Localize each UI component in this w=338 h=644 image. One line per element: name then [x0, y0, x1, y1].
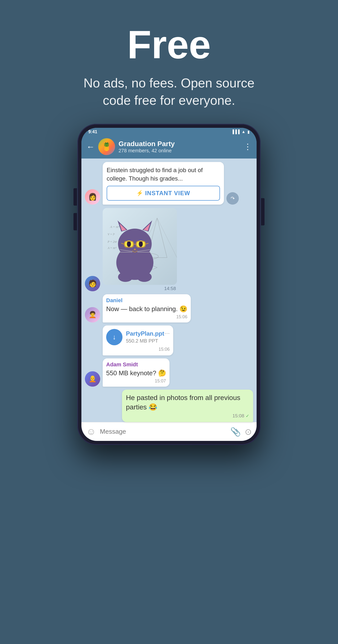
message-text-adam: 550 MB keynote? 🤔: [106, 369, 166, 378]
attach-button[interactable]: 📎: [230, 427, 241, 437]
bubble-adam: Adam Smidt 550 MB keynote? 🤔 15:07: [103, 358, 169, 387]
lightning-icon: ⚡: [136, 190, 143, 196]
phone-screen: 9:41 ▐▐▐ ▲ ▮ ← 🍍 Graduation Party 278 me…: [81, 128, 257, 441]
power-button: [261, 198, 265, 226]
header-section: Free No ads, no fees. Open source code f…: [0, 0, 338, 121]
message-row-1: 🧑‍🦱 Daniel Now — back to planning. 😉 15:…: [85, 294, 253, 322]
file-more-icon[interactable]: ⋯: [164, 330, 170, 336]
svg-point-31: [137, 272, 152, 282]
phone-outer: 9:41 ▐▐▐ ▲ ▮ ← 🍍 Graduation Party 278 me…: [77, 124, 261, 445]
bubble-daniel: Daniel Now — back to planning. 😉 15:06: [103, 294, 191, 322]
group-avatar: 🍍: [98, 138, 115, 155]
sticker-container: A = πr² V = l³ P = 2πr A = πr² s = √(r²+…: [103, 208, 177, 291]
own-message-row: He pasted in photos from all previous pa…: [85, 390, 253, 422]
volume-button: [73, 188, 77, 206]
article-text: Einstein struggled to find a job out of …: [107, 166, 220, 182]
chat-header: ← 🍍 Graduation Party 278 members, 42 onl…: [81, 136, 257, 158]
status-icons: ▐▐▐ ▲ ▮: [231, 130, 250, 134]
sticker-visual: A = πr² V = l³ P = 2πr A = πr² s = √(r²+…: [103, 208, 177, 285]
sender-name-adam: Adam Smidt: [106, 362, 166, 368]
instant-view-button[interactable]: ⚡ INSTANT VIEW: [107, 186, 220, 201]
article-bubble: Einstein struggled to find a job out of …: [103, 162, 224, 204]
file-size: 550.2 MB PPT: [126, 338, 170, 344]
chat-area: 👩 Einstein struggled to find a job out o…: [81, 158, 257, 422]
own-message-text: He pasted in photos from all previous pa…: [126, 393, 249, 412]
status-bar: 9:41 ▐▐▐ ▲ ▮: [81, 128, 257, 136]
own-message-time: 15:08: [232, 413, 244, 418]
message-row-adam: 🧑‍🦲 Adam Smidt 550 MB keynote? 🤔 15:07: [85, 358, 253, 387]
download-button[interactable]: ↓: [106, 329, 122, 345]
signal-icon: ▐▐▐: [231, 130, 240, 134]
own-bubble: He pasted in photos from all previous pa…: [122, 390, 253, 422]
input-bar: ☺ 📎 ⊙: [81, 422, 257, 441]
message-text-daniel: Now — back to planning. 😉: [106, 305, 187, 313]
svg-point-18: [127, 241, 131, 247]
file-bubble: ↓ PartyPlan.ppt ⋯ 550.2 MB PPT 15:06: [103, 326, 173, 356]
message-time-adam: 15:07: [106, 378, 166, 384]
file-info: PartyPlan.ppt ⋯ 550.2 MB PPT: [126, 330, 170, 344]
sticker-time: 14:58: [103, 286, 177, 291]
sticker-row: 🧑: [85, 208, 253, 291]
message-time-daniel: 15:06: [106, 314, 187, 320]
subtitle: No ads, no fees. Open source code free f…: [82, 74, 256, 109]
wifi-icon: ▲: [242, 130, 246, 134]
group-info: Graduation Party 278 members, 42 online: [118, 140, 240, 154]
group-name: Graduation Party: [118, 140, 240, 148]
phone-wrapper: 9:41 ▐▐▐ ▲ ▮ ← 🍍 Graduation Party 278 me…: [77, 124, 261, 445]
main-title: Free: [20, 25, 318, 64]
download-icon: ↓: [113, 333, 116, 341]
file-content: ↓ PartyPlan.ppt ⋯ 550.2 MB PPT: [106, 329, 170, 345]
avatar-female: 👩: [85, 189, 100, 204]
avatar-male1: 🧑: [85, 276, 100, 291]
file-time: 15:06: [106, 347, 170, 352]
group-members: 278 members, 42 online: [118, 148, 240, 154]
status-time: 9:41: [88, 129, 97, 134]
message-input[interactable]: [100, 428, 226, 436]
svg-point-30: [118, 272, 133, 282]
own-message-footer: 15:08 ✓: [126, 413, 249, 418]
volume-button-2: [73, 213, 77, 230]
svg-point-19: [139, 241, 143, 247]
file-name: PartyPlan.ppt: [126, 330, 164, 337]
avatar-daniel: 🧑‍🦱: [85, 307, 100, 322]
camera-button[interactable]: ⊙: [245, 427, 252, 437]
battery-icon: ▮: [247, 130, 250, 134]
forward-button[interactable]: ↷: [226, 192, 239, 204]
instant-view-label: INSTANT VIEW: [145, 190, 190, 197]
more-button[interactable]: ⋮: [244, 142, 252, 151]
avatar-adam: 🧑‍🦲: [85, 371, 100, 387]
sender-name-daniel: Daniel: [106, 297, 187, 304]
article-message-row: 👩 Einstein struggled to find a job out o…: [85, 162, 253, 204]
emoji-button[interactable]: ☺: [86, 426, 96, 437]
cat-sticker: [108, 216, 162, 282]
back-button[interactable]: ←: [86, 142, 95, 152]
message-check-icon: ✓: [246, 414, 249, 418]
file-message-row: ↓ PartyPlan.ppt ⋯ 550.2 MB PPT 15:06: [103, 326, 253, 356]
